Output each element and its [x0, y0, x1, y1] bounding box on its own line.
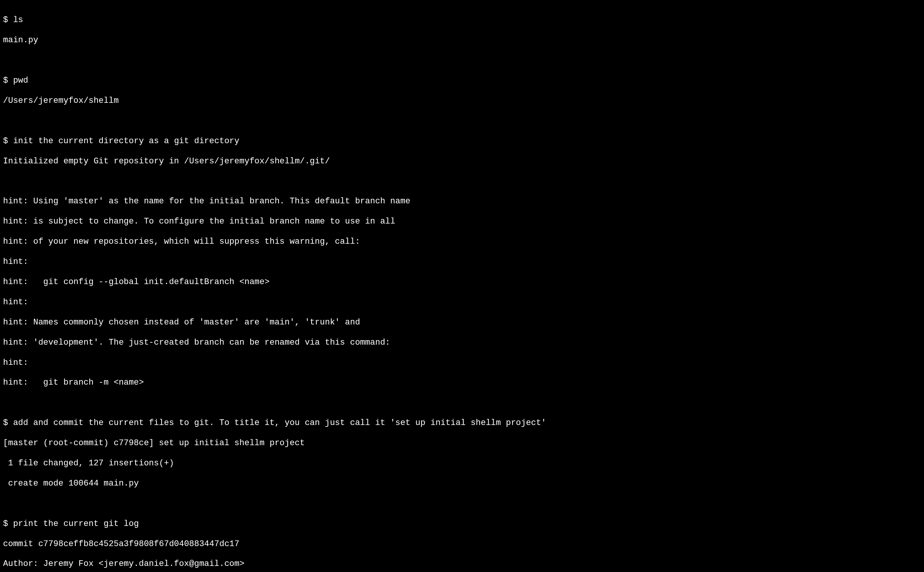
output-line: hint: Names commonly chosen instead of '… — [3, 318, 921, 328]
output-line: hint: Using 'master' as the name for the… — [3, 197, 921, 207]
output-line: hint: of your new repositories, which wi… — [3, 237, 921, 247]
output-line: main.py — [3, 35, 921, 46]
blank-line — [3, 116, 921, 126]
command-git-commit: add and commit the current files to git.… — [13, 418, 546, 428]
blank-line — [3, 499, 921, 509]
output-line: hint: git branch -m <name> — [3, 378, 921, 388]
blank-line — [3, 56, 921, 66]
output-line: create mode 100644 main.py — [3, 479, 921, 489]
terminal-output[interactable]: $ ls main.py $ pwd /Users/jeremyfox/shel… — [3, 5, 921, 572]
prompt: $ — [3, 136, 13, 146]
command-git-init: init the current directory as a git dire… — [13, 136, 239, 146]
command-line: $ ls — [3, 15, 921, 26]
output-line: hint: — [3, 358, 921, 368]
command-git-log: print the current git log — [13, 519, 139, 529]
output-line: hint: — [3, 257, 921, 267]
prompt: $ — [3, 519, 13, 529]
blank-line — [3, 398, 921, 408]
prompt: $ — [3, 76, 13, 85]
output-line: /Users/jeremyfox/shellm — [3, 96, 921, 106]
command-line: $ print the current git log — [3, 519, 921, 529]
output-line: Initialized empty Git repository in /Use… — [3, 157, 921, 167]
output-line: [master (root-commit) c7798ce] set up in… — [3, 438, 921, 449]
prompt: $ — [3, 15, 13, 25]
command-line: $ init the current directory as a git di… — [3, 136, 921, 147]
command-ls: ls — [13, 15, 23, 25]
output-line — [3, 177, 921, 187]
prompt: $ — [3, 418, 13, 428]
output-line: commit c7798ceffb8c4525a3f9808f67d040883… — [3, 539, 921, 550]
command-pwd: pwd — [13, 76, 28, 85]
output-line: hint: 'development'. The just-created br… — [3, 338, 921, 348]
output-line: 1 file changed, 127 insertions(+) — [3, 459, 921, 469]
output-line: hint: git config --global init.defaultBr… — [3, 277, 921, 288]
output-line: hint: is subject to change. To configure… — [3, 217, 921, 227]
output-line: Author: Jeremy Fox <jeremy.daniel.fox@gm… — [3, 559, 921, 569]
output-line: hint: — [3, 297, 921, 308]
command-line: $ pwd — [3, 76, 921, 86]
command-line: $ add and commit the current files to gi… — [3, 418, 921, 428]
